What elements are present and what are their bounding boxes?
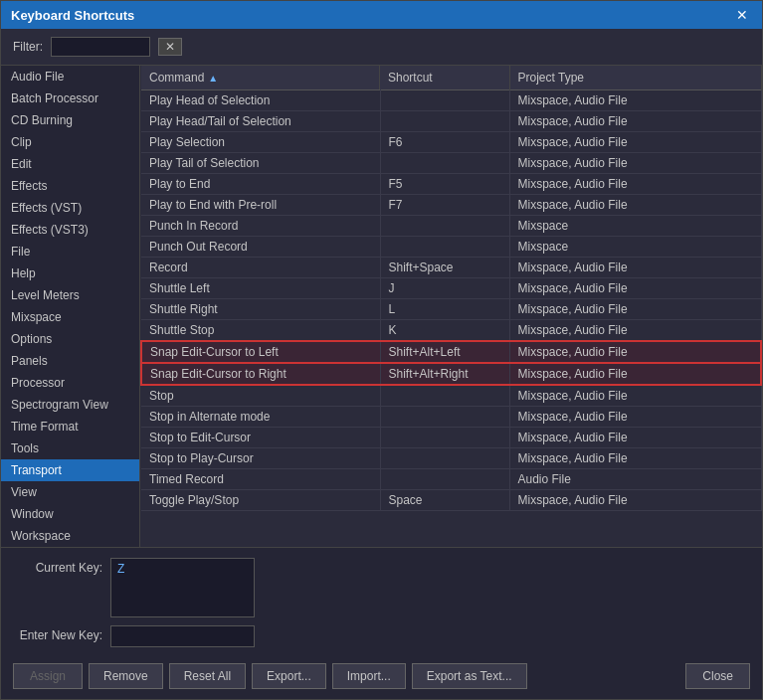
cell-command: Record — [141, 258, 380, 278]
table-row[interactable]: Play Tail of SelectionMixspace, Audio Fi… — [141, 153, 761, 174]
remove-button[interactable]: Remove — [89, 663, 163, 689]
cell-project-type: Mixspace, Audio File — [509, 299, 761, 320]
cell-command: Stop to Edit-Cursor — [141, 428, 380, 448]
export-button[interactable]: Export... — [252, 663, 326, 689]
cell-project-type: Mixspace, Audio File — [509, 407, 761, 428]
sidebar-item-transport[interactable]: Transport — [1, 459, 139, 481]
table-row[interactable]: Shuttle LeftJMixspace, Audio File — [141, 278, 761, 299]
assign-button[interactable]: Assign — [13, 663, 83, 689]
sidebar-item-processor[interactable]: Processor — [1, 372, 139, 394]
cell-command: Play to End with Pre-roll — [141, 195, 380, 216]
sidebar-item-help[interactable]: Help — [1, 262, 139, 284]
cell-shortcut: J — [380, 278, 509, 299]
sidebar-item-time-format[interactable]: Time Format — [1, 416, 139, 438]
bottom-section: Current Key: Z Enter New Key: Assign Rem… — [1, 547, 762, 699]
table-row[interactable]: Play to EndF5Mixspace, Audio File — [141, 174, 761, 195]
cell-project-type: Mixspace, Audio File — [509, 448, 761, 469]
cell-command: Shuttle Stop — [141, 320, 380, 342]
table-header: Command ▲ Shortcut Project Type — [141, 66, 761, 90]
main-area: Audio FileBatch ProcessorCD BurningClipE… — [1, 66, 762, 547]
cell-project-type: Mixspace, Audio File — [509, 258, 761, 278]
export-as-text-button[interactable]: Export as Text... — [412, 663, 527, 689]
sidebar-item-effects-vst[interactable]: Effects (VST) — [1, 197, 139, 219]
sidebar-item-clip[interactable]: Clip — [1, 131, 139, 153]
title-close-button[interactable]: ✕ — [732, 7, 752, 23]
table-row[interactable]: Stop to Play-CursorMixspace, Audio File — [141, 448, 761, 469]
sidebar: Audio FileBatch ProcessorCD BurningClipE… — [1, 66, 140, 547]
cell-shortcut: F7 — [380, 195, 509, 216]
sidebar-item-view[interactable]: View — [1, 481, 139, 503]
table-row[interactable]: Stop in Alternate modeMixspace, Audio Fi… — [141, 407, 761, 428]
cell-shortcut — [380, 469, 509, 490]
sidebar-item-file[interactable]: File — [1, 241, 139, 262]
cell-project-type: Mixspace, Audio File — [509, 490, 761, 511]
cell-project-type: Mixspace, Audio File — [509, 385, 761, 407]
sidebar-item-tools[interactable]: Tools — [1, 438, 139, 459]
keyboard-shortcuts-dialog: Keyboard Shortcuts ✕ Filter: ✕ Audio Fil… — [0, 0, 763, 700]
table-row[interactable]: Play Head of SelectionMixspace, Audio Fi… — [141, 90, 761, 111]
table-row[interactable]: StopMixspace, Audio File — [141, 385, 761, 407]
cell-shortcut — [380, 385, 509, 407]
table-row[interactable]: Play Head/Tail of SelectionMixspace, Aud… — [141, 111, 761, 132]
table-body: Play Head of SelectionMixspace, Audio Fi… — [141, 90, 761, 511]
cell-command: Stop in Alternate mode — [141, 407, 380, 428]
cell-project-type: Mixspace, Audio File — [509, 320, 761, 342]
reset-all-button[interactable]: Reset All — [169, 663, 246, 689]
table-row[interactable]: Stop to Edit-CursorMixspace, Audio File — [141, 428, 761, 448]
cell-shortcut: Shift+Alt+Left — [380, 341, 509, 363]
filter-clear-button[interactable]: ✕ — [158, 38, 182, 56]
sidebar-item-batch-processor[interactable]: Batch Processor — [1, 88, 139, 109]
cell-shortcut — [380, 111, 509, 132]
filter-input[interactable] — [51, 37, 150, 57]
cell-project-type: Mixspace, Audio File — [509, 153, 761, 174]
sidebar-item-audio-file[interactable]: Audio File — [1, 66, 139, 88]
sidebar-item-effects[interactable]: Effects — [1, 175, 139, 197]
sidebar-item-edit[interactable]: Edit — [1, 153, 139, 175]
sidebar-item-options[interactable]: Options — [1, 328, 139, 350]
cell-command: Punch Out Record — [141, 237, 380, 258]
table-row[interactable]: Punch Out RecordMixspace — [141, 237, 761, 258]
cell-project-type: Mixspace, Audio File — [509, 195, 761, 216]
left-buttons: Assign Remove Reset All Export... Import… — [13, 663, 527, 689]
sidebar-item-effects-vst3[interactable]: Effects (VST3) — [1, 219, 139, 241]
cell-shortcut: F6 — [380, 132, 509, 153]
cell-shortcut — [380, 216, 509, 237]
column-project-type[interactable]: Project Type — [509, 66, 761, 90]
table-row[interactable]: Timed RecordAudio File — [141, 469, 761, 490]
sidebar-item-cd-burning[interactable]: CD Burning — [1, 109, 139, 131]
dialog-title: Keyboard Shortcuts — [11, 8, 134, 23]
cell-command: Play Head of Selection — [141, 90, 380, 111]
cell-command: Play Head/Tail of Selection — [141, 111, 380, 132]
cell-shortcut: Shift+Alt+Right — [380, 363, 509, 385]
cell-shortcut — [380, 407, 509, 428]
table-row[interactable]: Shuttle RightLMixspace, Audio File — [141, 299, 761, 320]
cell-command: Timed Record — [141, 469, 380, 490]
sidebar-item-mixspace[interactable]: Mixspace — [1, 306, 139, 328]
sidebar-item-spectrogram-view[interactable]: Spectrogram View — [1, 394, 139, 416]
cell-project-type: Mixspace, Audio File — [509, 111, 761, 132]
cell-command: Snap Edit-Cursor to Left — [141, 341, 380, 363]
table-row[interactable]: Snap Edit-Cursor to LeftShift+Alt+LeftMi… — [141, 341, 761, 363]
table-row[interactable]: RecordShift+SpaceMixspace, Audio File — [141, 258, 761, 278]
sidebar-item-level-meters[interactable]: Level Meters — [1, 284, 139, 306]
cell-shortcut: L — [380, 299, 509, 320]
table-row[interactable]: Toggle Play/StopSpaceMixspace, Audio Fil… — [141, 490, 761, 511]
column-command[interactable]: Command ▲ — [141, 66, 380, 89]
table-row[interactable]: Play to End with Pre-rollF7Mixspace, Aud… — [141, 195, 761, 216]
column-shortcut[interactable]: Shortcut — [380, 66, 509, 90]
sidebar-item-window[interactable]: Window — [1, 503, 139, 525]
table-row[interactable]: Shuttle StopKMixspace, Audio File — [141, 320, 761, 342]
cell-command: Punch In Record — [141, 216, 380, 237]
cell-command: Shuttle Right — [141, 299, 380, 320]
close-button[interactable]: Close — [685, 663, 750, 689]
cell-shortcut — [380, 237, 509, 258]
table-row[interactable]: Punch In RecordMixspace — [141, 216, 761, 237]
table-row[interactable]: Snap Edit-Cursor to RightShift+Alt+Right… — [141, 363, 761, 385]
new-key-input[interactable] — [110, 625, 255, 647]
cell-shortcut: K — [380, 320, 509, 342]
sidebar-item-panels[interactable]: Panels — [1, 350, 139, 372]
table-row[interactable]: Play SelectionF6Mixspace, Audio File — [141, 132, 761, 153]
import-button[interactable]: Import... — [332, 663, 406, 689]
cell-command: Stop to Play-Cursor — [141, 448, 380, 469]
sidebar-item-workspace[interactable]: Workspace — [1, 525, 139, 547]
